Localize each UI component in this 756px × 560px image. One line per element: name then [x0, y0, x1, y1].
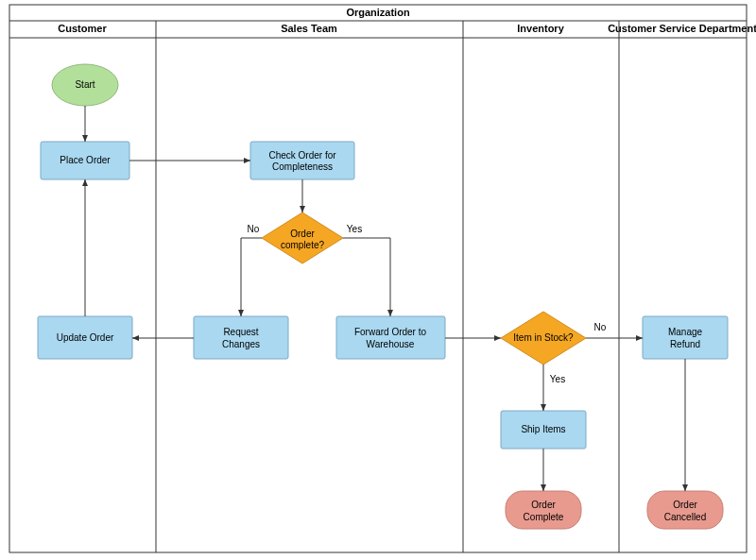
edge-yes-label: Yes	[347, 224, 362, 234]
decision-label-1: Order	[290, 229, 315, 239]
manage-refund-label-1: Manage	[668, 327, 703, 337]
lane-header-sales: Sales Team	[281, 23, 337, 34]
manage-refund-node	[643, 316, 728, 359]
edge-no-label: No	[248, 224, 260, 234]
edge-decision-no	[241, 238, 262, 316]
forward-order-node	[336, 316, 445, 359]
lane-header-customer: Customer	[58, 23, 107, 34]
order-complete-end-label-1: Order	[531, 500, 556, 510]
forward-order-label-1: Forward Order to	[354, 327, 427, 337]
ship-items-label: Ship Items	[521, 424, 565, 434]
start-label: Start	[75, 79, 94, 90]
update-order-label: Update Order	[57, 332, 114, 343]
swimlane-diagram: Organization Customer Sales Team Invento…	[0, 0, 756, 560]
place-order-label: Place Order	[60, 155, 111, 165]
order-cancelled-end	[647, 491, 723, 529]
request-changes-label-2: Changes	[222, 339, 260, 349]
order-cancelled-end-label-2: Cancelled	[664, 512, 706, 522]
edge-stock-yes-label: Yes	[550, 374, 565, 384]
item-in-stock-label: Item in Stock?	[513, 332, 574, 343]
request-changes-node	[194, 316, 288, 359]
lane-header-csd: Customer Service Department	[608, 23, 756, 34]
order-complete-end-label-2: Complete	[524, 512, 564, 522]
request-changes-label-1: Request	[223, 327, 258, 337]
order-cancelled-end-label-1: Order	[673, 500, 697, 510]
pool-border	[9, 5, 747, 552]
edge-stock-no-label: No	[594, 322, 607, 332]
check-order-label-2: Completeness	[272, 161, 333, 172]
forward-order-label-2: Warehouse	[367, 339, 415, 349]
order-complete-end	[506, 491, 581, 529]
lane-header-inventory: Inventory	[517, 23, 564, 34]
pool-title: Organization	[346, 7, 410, 18]
edge-decision-yes	[343, 238, 390, 316]
decision-label-2: complete?	[281, 240, 325, 250]
manage-refund-label-2: Refund	[670, 339, 700, 349]
check-order-label-1: Check Order for	[268, 150, 336, 161]
